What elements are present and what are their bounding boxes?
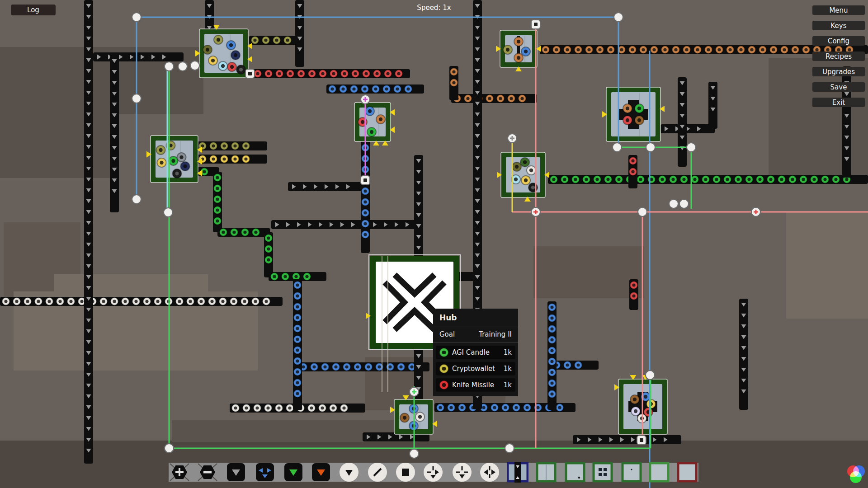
agi-candle-icon <box>439 348 448 357</box>
round-slash-tool[interactable] <box>367 461 388 483</box>
factory-line-tool[interactable] <box>535 461 557 483</box>
belt-gray-tool[interactable] <box>225 461 247 483</box>
router-down-tool[interactable] <box>451 461 473 483</box>
wire-layer[interactable] <box>137 17 868 488</box>
menu-column: MenuKeysConfigRecipesUpgradesSaveExit <box>812 5 865 107</box>
game-world[interactable] <box>0 0 868 488</box>
round-stop-tool[interactable] <box>395 461 416 483</box>
factory-grid-tool[interactable] <box>592 461 613 483</box>
menu-button-keys[interactable]: Keys <box>812 21 865 30</box>
goal-item-row: Knife Missile1k <box>436 378 515 392</box>
goal-item-count: 1k <box>504 348 512 357</box>
goal-row: Goal Training II <box>433 326 518 343</box>
round-down-tool[interactable] <box>338 461 360 483</box>
cryptowallet-icon <box>439 364 448 373</box>
hex-plus-tool[interactable] <box>169 461 190 483</box>
goal-items-list: AGI Candle1kCryptowallet1kKnife Missile1… <box>433 346 518 392</box>
factory-maroon-tool[interactable] <box>676 461 698 483</box>
tooltip-title: Hub <box>433 311 518 326</box>
menu-button-menu[interactable]: Menu <box>812 5 865 15</box>
factory-dot-tool[interactable] <box>564 461 586 483</box>
goal-item-count: 1k <box>504 365 512 373</box>
game-screen: Log Speed: 1x MenuKeysConfigRecipesUpgra… <box>0 0 868 488</box>
log-button[interactable]: Log <box>11 5 56 15</box>
menu-button-save[interactable]: Save <box>812 82 865 92</box>
factory-small-dot-tool[interactable] <box>621 461 642 483</box>
menu-button-upgrades[interactable]: Upgrades <box>812 67 865 76</box>
build-toolbar <box>169 463 698 482</box>
router-left-right-tool[interactable] <box>479 461 500 483</box>
goal-item-name: Cryptowallet <box>452 365 500 373</box>
wall-bar-tool[interactable] <box>507 461 528 483</box>
knife-missile-icon <box>439 380 448 389</box>
speed-indicator: Speed: 1x <box>417 4 451 12</box>
goal-item-count: 1k <box>504 381 512 389</box>
tooltip-divider <box>433 343 518 343</box>
router-right-down-tool[interactable] <box>422 461 444 483</box>
hex-minus-tool[interactable] <box>197 461 218 483</box>
goal-item-row: AGI Candle1k <box>436 346 515 359</box>
menu-button-recipes[interactable]: Recipes <box>812 52 865 61</box>
goal-item-name: Knife Missile <box>452 381 500 389</box>
goal-item-row: Cryptowallet1k <box>436 362 515 375</box>
menu-button-exit[interactable]: Exit <box>812 98 865 107</box>
rgb-color-icon[interactable] <box>844 464 868 488</box>
belt-green-tool[interactable] <box>283 461 304 483</box>
factory-plain-tool[interactable] <box>648 461 670 483</box>
log-button-label: Log <box>27 6 39 14</box>
goal-item-name: AGI Candle <box>452 348 500 357</box>
belt-orange-tool[interactable] <box>310 461 332 483</box>
hub-tooltip: Hub Goal Training II AGI Candle1kCryptow… <box>433 309 518 396</box>
menu-button-config[interactable]: Config <box>812 36 865 46</box>
goal-label: Goal <box>439 330 455 338</box>
goal-value: Training II <box>479 330 512 338</box>
belt-splitter-tool[interactable] <box>254 461 276 483</box>
